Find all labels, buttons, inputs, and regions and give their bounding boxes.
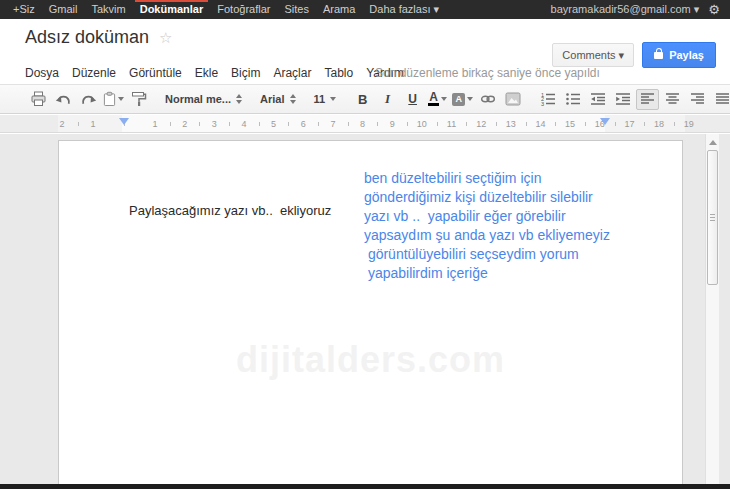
doc-text-blue-block[interactable]: ben düzeltebiliri seçtiğim içingönderdiğ… [364,169,610,283]
menu-item-ekle[interactable]: Ekle [195,66,218,80]
scroll-up-arrow-icon[interactable] [706,136,719,148]
doc-header: Adsız doküman ☆ Comments ▾ Paylaş DosyaD… [0,19,730,84]
paint-roller-icon [131,91,147,107]
topbar-item-dokumanlar[interactable]: Dokümanlar [133,0,211,19]
ruler-number: 9 [390,119,395,129]
google-topbar: +SizGmailTakvimDokümanlarFotoğraflarSite… [0,0,730,19]
increase-indent-icon [615,92,631,106]
ruler-tick [437,122,438,126]
watermark: dijitalders.com [59,339,682,381]
left-indent-marker[interactable] [119,118,129,125]
web-clipboard-button[interactable] [102,89,125,110]
topbar-item-siz[interactable]: +Siz [6,0,42,19]
ruler-tick [526,122,527,126]
account-menu[interactable]: bayramakadir56@gmail.com ▾ [551,3,700,16]
doc-text-line[interactable]: yapabilirdim içeriğe [364,264,610,283]
right-indent-marker[interactable] [600,118,610,125]
topbar-item-takvim[interactable]: Takvim [84,0,132,19]
document-page[interactable]: Paylaşacağımız yazı vb.. ekliyoruz ben d… [58,140,683,484]
align-left-button[interactable] [636,89,659,110]
decrease-indent-icon [590,92,606,106]
underline-button[interactable]: U [401,89,424,110]
align-center-button[interactable] [661,89,684,110]
ruler-number: 5 [271,119,276,129]
align-right-button[interactable] [686,89,709,110]
vertical-scrollbar[interactable] [705,134,719,484]
align-justify-icon [715,92,730,106]
paint-format-button[interactable] [127,89,150,110]
up-down-arrows-icon [290,94,296,104]
share-button-label: Paylaş [669,49,704,61]
doc-text-line[interactable]: gönderdiğimiz kişi düzeltebilir silebili… [364,188,610,207]
ruler-number: 11 [447,119,456,129]
ruler-number: 4 [241,119,246,129]
ruler-tick [496,122,497,126]
menu-item-tablo[interactable]: Tablo [324,66,353,80]
insert-link-button[interactable] [476,89,499,110]
document-title[interactable]: Adsız doküman [25,27,149,48]
scrollbar-thumb[interactable] [707,150,718,285]
align-center-icon [665,92,681,106]
align-justify-button[interactable] [711,89,730,110]
last-edit-status[interactable]: Son düzenleme birkaç saniye önce yapıldı [375,66,600,80]
topbar-nav: +SizGmailTakvimDokümanlarFotoğraflarSite… [6,0,446,19]
font-value: Arial [260,93,284,105]
ruler-number: 10 [417,119,427,129]
decrease-indent-button[interactable] [586,89,609,110]
topbar-item-daha-fazlas[interactable]: Daha fazlası ▾ [362,0,446,19]
ruler-number: 3 [212,119,217,129]
bold-button[interactable]: B [351,89,374,110]
menus: DosyaDüzenleGörüntüleEkleBiçimAraçlarTab… [25,66,404,80]
ruler-tick [407,122,408,126]
doc-text-line[interactable]: görüntülüyebiliri seçseydim yorum [364,245,610,264]
bulleted-list-button[interactable] [561,89,584,110]
ruler-number: 2 [182,119,187,129]
doc-text-line[interactable]: yapsaydım şu anda yazı vb ekliyemeyiz [364,226,610,245]
chevron-down-icon [441,97,447,101]
star-icon[interactable]: ☆ [159,29,172,47]
document-area: Paylaşacağımız yazı vb.. ekliyoruz ben d… [0,134,730,484]
align-right-icon [690,92,706,106]
menu-item-dosya[interactable]: Dosya [25,66,59,80]
doc-text-left[interactable]: Paylaşacağımız yazı vb.. ekliyoruz [129,203,331,218]
topbar-item-gmail[interactable]: Gmail [42,0,85,19]
menu-item-araclar[interactable]: Araçlar [273,66,311,80]
ruler-tick [615,122,616,126]
italic-button[interactable]: I [376,89,399,110]
redo-button[interactable] [77,89,100,110]
menu-item-goruntule[interactable]: Görüntüle [129,66,182,80]
topbar-item-arama[interactable]: Arama [316,0,362,19]
text-color-button[interactable]: A [426,89,449,110]
ruler-number: 19 [684,119,694,129]
undo-button[interactable] [52,89,75,110]
styles-dropdown[interactable]: Normal me... [161,89,246,110]
ruler-tick [259,122,260,126]
increase-indent-button[interactable] [611,89,634,110]
ruler-number: 6 [301,119,306,129]
topbar-item-fotograflar[interactable]: Fotoğraflar [210,0,277,19]
gear-icon[interactable]: ⚙ [708,0,720,19]
ruler-tick [377,122,378,126]
chevron-down-icon [467,97,473,101]
ruler-tick [644,122,645,126]
chevron-down-icon [118,97,124,101]
font-dropdown[interactable]: Arial [256,89,299,110]
ruler-tick [585,122,586,126]
topbar-item-sites[interactable]: Sites [277,0,315,19]
up-down-arrows-icon [236,94,242,104]
ruler-number: 7 [330,119,335,129]
numbered-list-button[interactable]: 123 [536,89,559,110]
print-button[interactable] [27,89,50,110]
font-size-dropdown[interactable]: 11 [310,89,341,110]
doc-text-line[interactable]: ben düzeltebiliri seçtiğim için [364,169,610,188]
insert-image-button[interactable] [501,89,524,110]
menu-item-duzenle[interactable]: Düzenle [72,66,116,80]
ruler-tick [674,122,675,126]
ruler-tick [318,122,319,126]
doc-text-line[interactable]: yazı vb .. yapabilir eğer görebilir [364,207,610,226]
chevron-down-icon [330,97,336,101]
font-size-value: 11 [314,93,326,105]
menu-bar: DosyaDüzenleGörüntüleEkleBiçimAraçlarTab… [25,63,730,82]
menu-item-bicim[interactable]: Biçim [231,66,260,80]
highlight-color-button[interactable]: A [451,89,474,110]
